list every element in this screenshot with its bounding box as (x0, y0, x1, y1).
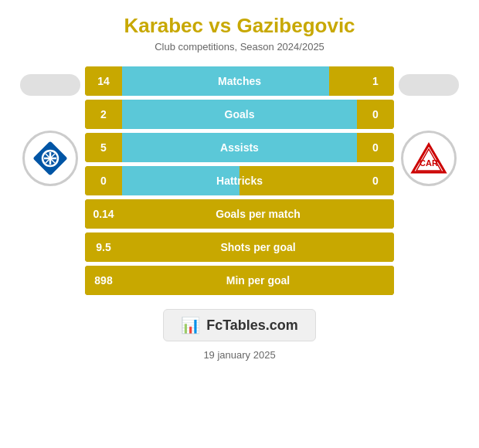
stat-left-matches: 14 (85, 66, 122, 96)
fctables-icon: 📊 (181, 316, 200, 334)
stat-label-assists: Assists (220, 141, 259, 154)
stat-left-goals-per-match: 0.14 (85, 199, 122, 229)
stat-bar-goals: Goals (122, 100, 357, 129)
stat-row-goals-per-match: 0.14Goals per match (85, 199, 394, 229)
stat-bar-assists: Assists (122, 133, 357, 162)
stat-bar-min-per-goal: Min per goal (122, 266, 394, 295)
stat-row-goals: 2Goals0 (85, 100, 394, 129)
team-right-pill (399, 74, 459, 96)
stat-left-hattricks: 0 (85, 166, 122, 195)
stat-bar-shots-per-goal: Shots per goal (122, 232, 394, 262)
stat-label-hattricks: Hattricks (216, 175, 263, 187)
stat-bar-goals-per-match: Goals per match (122, 199, 394, 229)
stat-bar-hattricks: Hattricks (122, 166, 357, 195)
stat-row-hattricks: 0Hattricks0 (85, 166, 394, 195)
stat-label-goals: Goals (225, 108, 255, 120)
svg-text:CAR: CAR (420, 158, 438, 168)
stat-left-shots-per-goal: 9.5 (85, 232, 122, 262)
team-left-pill (20, 74, 80, 96)
stat-row-assists: 5Assists0 (85, 133, 394, 162)
stat-row-shots-per-goal: 9.5Shots per goal (85, 232, 394, 262)
stat-bar-matches: Matches (122, 66, 357, 96)
fctables-badge: 📊 FcTables.com (163, 309, 316, 341)
team-right-logo: CAR (401, 131, 457, 186)
team-left-logo-area (15, 66, 85, 186)
stat-left-assists: 5 (85, 133, 122, 162)
fctables-label: FcTables.com (206, 317, 298, 334)
stat-label-shots-per-goal: Shots per goal (220, 241, 295, 253)
stat-right-matches: 1 (357, 66, 394, 96)
stat-row-matches: 14Matches1 (85, 66, 394, 96)
footer-date: 19 january 2025 (203, 349, 275, 361)
stat-right-goals: 0 (357, 100, 394, 129)
stat-label-min-per-goal: Min per goal (226, 274, 290, 287)
stat-right-hattricks: 0 (357, 166, 394, 195)
stat-left-goals: 2 (85, 100, 122, 129)
page-title: Karabec vs Gazibegovic (124, 14, 355, 38)
stat-row-min-per-goal: 898Min per goal (85, 266, 394, 295)
team-left-logo (22, 131, 78, 186)
stat-label-goals-per-match: Goals per match (216, 208, 301, 220)
page-subtitle: Club competitions, Season 2024/2025 (155, 41, 324, 53)
team-right-logo-area: CAR (394, 66, 464, 186)
stat-left-min-per-goal: 898 (85, 266, 122, 295)
stats-container: 14Matches12Goals05Assists00Hattricks00.1… (85, 66, 394, 295)
stat-label-matches: Matches (218, 75, 261, 87)
stat-right-assists: 0 (357, 133, 394, 162)
